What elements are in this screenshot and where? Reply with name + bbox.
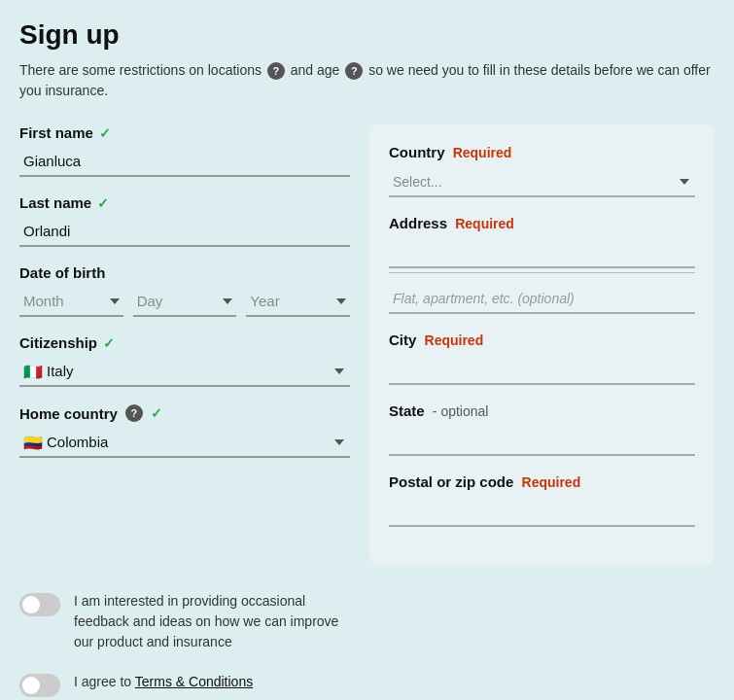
country-select[interactable]: Select... (389, 168, 695, 197)
home-country-group: Home country ? ✓ 🇨🇴 Colombia (19, 404, 350, 458)
citizenship-group: Citizenship ✓ 🇮🇹 Italy (19, 334, 350, 387)
home-country-check-icon: ✓ (151, 405, 162, 421)
first-name-group: First name ✓ (19, 124, 350, 177)
feedback-toggle[interactable] (19, 593, 60, 616)
dob-row: Month Day Year (19, 287, 350, 317)
terms-toggle-row: I agree to Terms & Conditions (19, 672, 715, 697)
city-required-tag: Required (425, 332, 484, 348)
page-title: Sign up (19, 19, 715, 51)
bottom-section: I am interested in providing occasional … (19, 591, 715, 700)
terms-toggle[interactable] (19, 674, 60, 697)
last-name-group: Last name ✓ (19, 194, 350, 247)
postal-group: Postal or zip code Required (389, 473, 695, 527)
citizenship-select[interactable]: Italy (19, 357, 350, 387)
subtitle: There are some restrictions on locations… (19, 60, 715, 101)
terms-label: I agree to Terms & Conditions (74, 672, 253, 692)
address-input[interactable] (389, 239, 695, 268)
dob-label: Date of birth (19, 264, 350, 281)
left-panel: First name ✓ Last name ✓ Date of birth M… (19, 124, 350, 475)
citizenship-label: Citizenship ✓ (19, 334, 350, 351)
postal-required-tag: Required (522, 474, 581, 490)
address-required-tag: Required (455, 216, 514, 231)
home-country-select[interactable]: Colombia (19, 428, 350, 458)
terms-link[interactable]: Terms & Conditions (135, 674, 253, 689)
country-label: Country Required (389, 144, 695, 160)
last-name-label: Last name ✓ (19, 194, 350, 211)
state-optional-tag: - optional (433, 403, 489, 419)
locations-help-icon[interactable]: ? (267, 62, 285, 80)
last-name-input[interactable] (19, 217, 350, 247)
first-name-label: First name ✓ (19, 124, 350, 141)
postal-input[interactable] (389, 498, 695, 527)
dob-group: Date of birth Month Day Year (19, 264, 350, 317)
citizenship-select-wrapper: 🇮🇹 Italy (19, 357, 350, 387)
country-required-tag: Required (453, 145, 512, 160)
terms-slider (19, 674, 60, 697)
dob-day-select[interactable]: Day (133, 287, 237, 317)
first-name-input[interactable] (19, 147, 350, 177)
home-country-label: Home country ? ✓ (19, 404, 350, 422)
address-optional-input[interactable] (389, 285, 695, 314)
postal-label: Postal or zip code Required (389, 473, 695, 490)
home-country-select-wrapper: 🇨🇴 Colombia (19, 428, 350, 458)
last-name-check-icon: ✓ (97, 195, 109, 211)
state-group: State - optional (389, 402, 695, 456)
city-input[interactable] (389, 356, 695, 385)
citizenship-check-icon: ✓ (103, 335, 115, 351)
home-country-help-icon[interactable]: ? (125, 404, 143, 422)
state-label: State - optional (389, 402, 695, 419)
age-help-icon[interactable]: ? (345, 62, 363, 80)
country-group: Country Required Select... (389, 144, 695, 197)
city-label: City Required (389, 332, 695, 348)
dob-month-select[interactable]: Month (19, 287, 123, 317)
state-input[interactable] (389, 427, 695, 456)
address-label: Address Required (389, 215, 695, 231)
feedback-label: I am interested in providing occasional … (74, 591, 346, 652)
dob-year-select[interactable]: Year (246, 287, 350, 317)
first-name-check-icon: ✓ (99, 125, 111, 141)
feedback-toggle-row: I am interested in providing occasional … (19, 591, 715, 652)
main-layout: First name ✓ Last name ✓ Date of birth M… (19, 124, 715, 564)
right-panel: Country Required Select... Address Requi… (369, 124, 715, 564)
address-group: Address Required (389, 215, 695, 314)
feedback-slider (19, 593, 60, 616)
city-group: City Required (389, 332, 695, 385)
